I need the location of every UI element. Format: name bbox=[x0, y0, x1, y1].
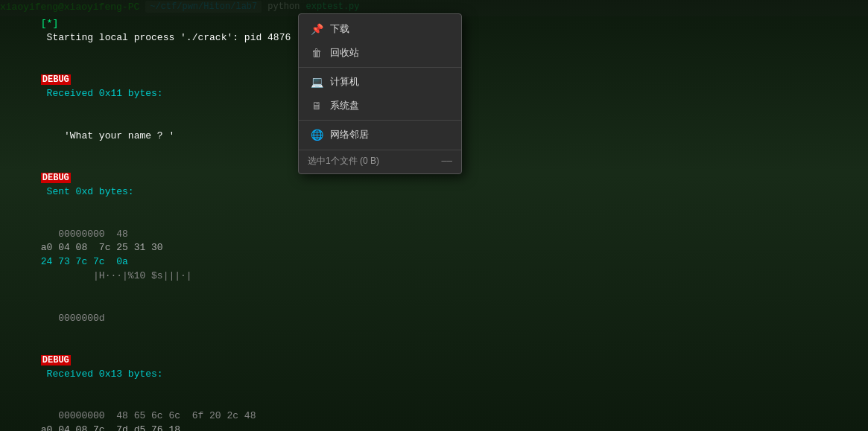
context-menu-item-label: 计算机 bbox=[330, 75, 359, 89]
context-menu-item-trash[interactable]: 🗑 回收站 bbox=[299, 41, 461, 65]
line-text: |H···|%10 $s|||·| bbox=[41, 270, 192, 281]
context-menu-item-system-drive[interactable]: 🖥 系统盘 bbox=[299, 94, 461, 118]
info-bracket: [*] bbox=[41, 18, 58, 29]
context-menu[interactable]: 📌 下载 🗑 回收站 💻 计算机 🖥 系统盘 🌐 网络邻居 选中1个文件 (0 … bbox=[298, 13, 462, 174]
context-menu-item-download[interactable]: 📌 下载 bbox=[299, 17, 461, 41]
terminal-window: xiaoyifeng@xiaoyifeng-PC ~/ctf/pwn/Hiton… bbox=[0, 0, 868, 431]
drive-icon: 🖥 bbox=[311, 100, 323, 112]
context-menu-item-label: 系统盘 bbox=[330, 99, 359, 112]
terminal-line: 00000000 48 a0 04 08 7c 25 31 30 24 73 7… bbox=[6, 214, 862, 298]
context-menu-item-label: 下载 bbox=[330, 22, 349, 36]
line-text: 00000000 48 bbox=[41, 229, 134, 240]
debug-tag: DEBUG bbox=[41, 355, 71, 365]
line-text: Sent 0xd bytes: bbox=[41, 186, 134, 197]
context-menu-item-computer[interactable]: 💻 计算机 bbox=[299, 70, 461, 94]
download-icon: 📌 bbox=[311, 23, 323, 35]
line-text: Received 0x13 bytes: bbox=[41, 368, 163, 380]
line-text: 0000000d bbox=[41, 313, 105, 324]
hex-highlight: 24 73 7c 7c 0a bbox=[41, 256, 128, 267]
line-text: a0 04 08 7c 7d d5 76 18 bbox=[41, 424, 192, 431]
debug-tag: DEBUG bbox=[41, 173, 71, 183]
context-menu-divider bbox=[299, 67, 461, 68]
context-menu-item-label: 回收站 bbox=[330, 46, 359, 60]
computer-icon: 💻 bbox=[311, 76, 323, 88]
context-menu-divider bbox=[299, 120, 461, 121]
terminal-line: 0000000d bbox=[6, 298, 862, 340]
terminal-line: DEBUG Received 0x13 bytes: bbox=[6, 339, 862, 395]
debug-tag: DEBUG bbox=[41, 74, 71, 85]
network-icon: 🌐 bbox=[311, 129, 323, 141]
context-menu-item-network[interactable]: 🌐 网络邻居 bbox=[299, 123, 461, 147]
trash-icon: 🗑 bbox=[311, 47, 323, 59]
line-text: 'What your name ? ' bbox=[41, 130, 174, 141]
line-text: a0 04 08 7c 25 31 30 bbox=[41, 242, 174, 253]
terminal-line: 00000000 48 65 6c 6c 6f 20 2c 48 a0 04 0… bbox=[6, 396, 862, 431]
line-text: Received 0x11 bytes: bbox=[41, 88, 163, 99]
line-text: 00000000 48 65 6c 6c 6f 20 2c 48 bbox=[41, 410, 267, 421]
status-bar-text: 选中1个文件 (0 B) bbox=[308, 155, 379, 167]
line-text: Starting local process './crack': pid 48… bbox=[41, 32, 291, 43]
status-bar-right: —— bbox=[442, 156, 452, 167]
context-menu-item-label: 网络邻居 bbox=[330, 128, 369, 141]
